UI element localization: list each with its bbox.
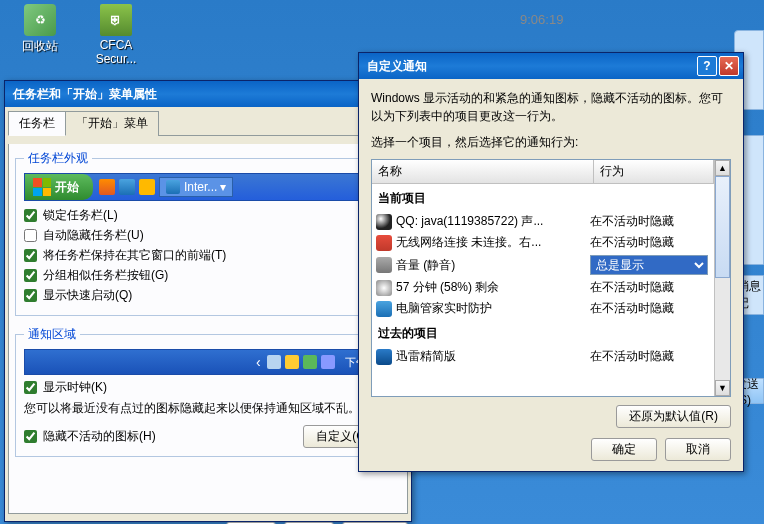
battery-icon	[376, 280, 392, 296]
quicklaunch-icon-2	[139, 179, 155, 195]
taskbar-appearance-group: 任务栏外观 开始 Inter... ▾ 锁定任务栏(L)	[15, 150, 401, 316]
notification-area-group: 通知区域 ‹ 下午 5:5 显示时钟(K) 您可以将最近没有点过的图标隐藏起来以…	[15, 326, 401, 457]
desktop-clock: 9:06:19	[520, 12, 563, 27]
info-text-2: 选择一个项目，然后选择它的通知行为:	[371, 133, 731, 151]
tray-desc: 您可以将最近没有点过的图标隐藏起来以便保持通知区域不乱。	[24, 400, 392, 417]
quicklaunch-icon	[99, 179, 115, 195]
recycle-glyph: ♻	[24, 4, 56, 36]
task-item-preview: Inter... ▾	[159, 177, 233, 197]
cfca-icon[interactable]: ⛨ CFCA Secur...	[86, 4, 146, 66]
behavior-select[interactable]: 总是显示	[590, 255, 708, 275]
info-text-1: Windows 显示活动的和紧急的通知图标，隐藏不活动的图标。您可以为下列表中的…	[371, 89, 731, 125]
scroll-down-button[interactable]: ▼	[715, 380, 730, 396]
list-item[interactable]: 无线网络连接 未连接。右... 在不活动时隐藏	[372, 232, 714, 253]
close-button[interactable]: ✕	[719, 56, 739, 76]
customize-notifications-window: 自定义通知 ? ✕ Windows 显示活动的和紧急的通知图标，隐藏不活动的图标…	[358, 52, 744, 472]
tray-icon	[321, 355, 335, 369]
tray-expand-icon: ‹	[256, 354, 261, 370]
notification-list: 名称 行为 当前项目 QQ: java(1119385722) 声... 在不活…	[371, 159, 731, 397]
list-item[interactable]: 迅雷精简版 在不活动时隐藏	[372, 346, 714, 367]
tray-preview: ‹ 下午 5:5	[24, 349, 392, 375]
taskbar-properties-window: 任务栏和「开始」菜单属性 任务栏 「开始」菜单 任务栏外观 开始	[4, 80, 412, 522]
showclock-checkbox[interactable]	[24, 381, 37, 394]
window-title: 自定义通知	[363, 58, 695, 75]
scroll-thumb[interactable]	[715, 176, 730, 278]
qq-icon	[376, 214, 392, 230]
group-past: 过去的项目	[372, 319, 714, 346]
appearance-legend: 任务栏外观	[24, 150, 92, 167]
windows-flag-icon	[33, 178, 51, 196]
scroll-track[interactable]	[715, 176, 730, 380]
ie-icon	[166, 180, 180, 194]
group-current: 当前项目	[372, 184, 714, 211]
header-name[interactable]: 名称	[372, 160, 594, 183]
list-item-selected[interactable]: 音量 (静音) 总是显示	[372, 253, 714, 277]
ontop-checkbox[interactable]	[24, 249, 37, 262]
autohide-checkbox[interactable]	[24, 229, 37, 242]
titlebar[interactable]: 自定义通知 ? ✕	[359, 53, 743, 79]
taskbar-preview: 开始 Inter... ▾	[24, 173, 392, 201]
chevron-down-icon: ▾	[220, 180, 226, 194]
tab-startmenu[interactable]: 「开始」菜单	[65, 111, 159, 136]
help-button[interactable]: ?	[697, 56, 717, 76]
tray-icon	[303, 355, 317, 369]
shield-icon: ⛨	[100, 4, 132, 36]
start-button-preview: 开始	[25, 174, 93, 200]
quicklaunch-checkbox[interactable]	[24, 289, 37, 302]
shield-icon	[376, 301, 392, 317]
recycle-label: 回收站	[22, 39, 58, 53]
titlebar[interactable]: 任务栏和「开始」菜单属性	[5, 81, 411, 107]
list-item[interactable]: QQ: java(1119385722) 声... 在不活动时隐藏	[372, 211, 714, 232]
group-checkbox[interactable]	[24, 269, 37, 282]
tray-icon	[285, 355, 299, 369]
scrollbar[interactable]: ▲ ▼	[714, 160, 730, 396]
list-item[interactable]: 57 分钟 (58%) 剩余 在不活动时隐藏	[372, 277, 714, 298]
tray-legend: 通知区域	[24, 326, 80, 343]
lock-taskbar-checkbox[interactable]	[24, 209, 37, 222]
xunlei-icon	[376, 349, 392, 365]
recycle-bin-icon[interactable]: ♻ 回收站	[10, 4, 70, 55]
scroll-up-button[interactable]: ▲	[715, 160, 730, 176]
tab-taskbar[interactable]: 任务栏	[8, 111, 66, 136]
quicklaunch-ie-icon	[119, 179, 135, 195]
cancel-button[interactable]: 取消	[665, 438, 731, 461]
ok-button[interactable]: 确定	[591, 438, 657, 461]
list-header: 名称 行为	[372, 160, 714, 184]
tray-icon	[267, 355, 281, 369]
volume-icon	[376, 257, 392, 273]
header-behavior[interactable]: 行为	[594, 160, 714, 183]
window-title: 任务栏和「开始」菜单属性	[9, 86, 407, 103]
wifi-icon	[376, 235, 392, 251]
cfca-label: CFCA Secur...	[96, 38, 137, 66]
hideinactive-checkbox[interactable]	[24, 430, 37, 443]
tabs: 任务栏 「开始」菜单	[8, 110, 408, 136]
restore-defaults-button[interactable]: 还原为默认值(R)	[616, 405, 731, 428]
list-item[interactable]: 电脑管家实时防护 在不活动时隐藏	[372, 298, 714, 319]
